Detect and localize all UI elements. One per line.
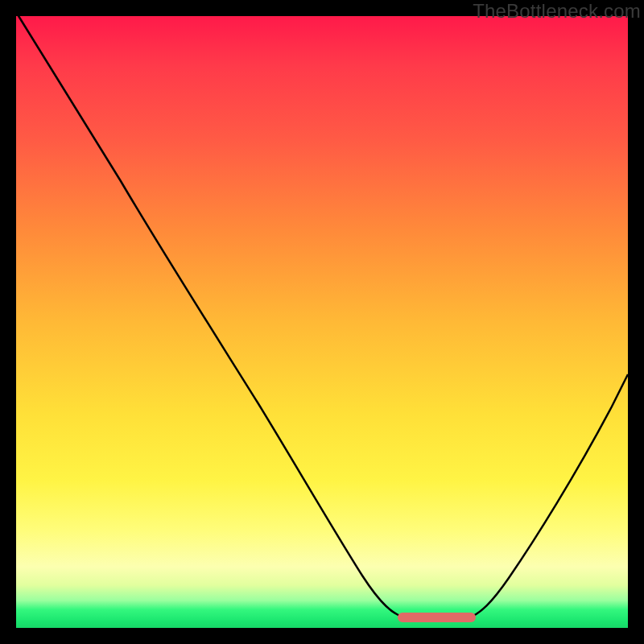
chart-frame — [16, 16, 628, 628]
chart-svg — [16, 16, 628, 628]
bottleneck-curve — [16, 12, 628, 618]
